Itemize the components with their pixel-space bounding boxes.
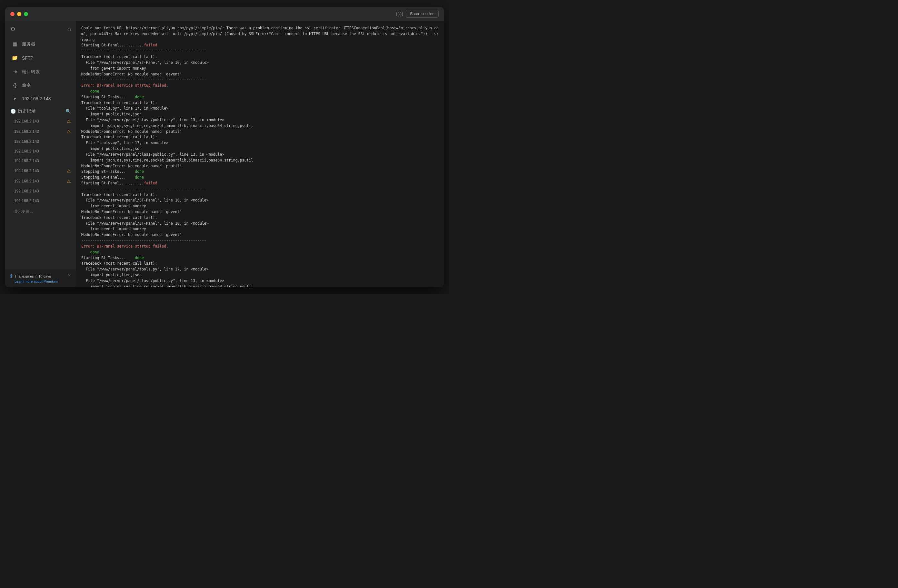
history-ip-6: 192.168.2.143 [14,179,39,183]
history-item-6[interactable]: 192.168.2.143 ⚠ [5,176,76,186]
terminal-text: Could not fetch URL https://mirrors.aliy… [81,26,439,287]
terminal-output[interactable]: Could not fetch URL https://mirrors.aliy… [76,21,444,287]
sidebar-item-sftp[interactable]: 📁 SFTP [5,51,76,65]
terminal-window: ((·)) Share session ⚙ ⌂ ▦ 服务器 📁 SFTP [5,7,444,287]
home-icon[interactable]: ⌂ [68,26,71,32]
history-item-0[interactable]: 192.168.2.143 ⚠ [5,116,76,126]
sidebar-footer: ℹ Trial expires in 10 days Learn more ab… [5,269,76,287]
port-icon: ➜ [12,69,18,75]
minimize-button[interactable] [17,12,21,16]
history-ip-5: 192.168.2.143 [14,169,39,173]
trial-banner: ℹ Trial expires in 10 days Learn more ab… [10,273,71,283]
sidebar-top-icons: ⚙ ⌂ [5,21,76,37]
close-button[interactable] [10,12,14,16]
clock-icon: 🕐 [10,109,16,114]
info-icon: ℹ [10,273,12,278]
maximize-button[interactable] [24,12,28,16]
sidebar-server-label: 服务器 [22,41,35,47]
settings-icon[interactable]: ⚙ [10,26,15,32]
show-more-button[interactable]: 显示更多... [5,206,76,218]
cmd-icon: {} [12,83,18,88]
history-ip-1: 192.168.2.143 [14,129,39,134]
sidebar: ⚙ ⌂ ▦ 服务器 📁 SFTP ➜ 端口转发 {} 命令 [5,21,76,287]
history-ip-2: 192.168.2.143 [14,139,39,144]
sidebar-nav: ▦ 服务器 📁 SFTP ➜ 端口转发 {} 命令 ➤ 192.168.2 [5,37,76,269]
sftp-icon: 📁 [12,55,18,61]
warn-icon-0: ⚠ [67,119,71,124]
history-ip-0: 192.168.2.143 [14,119,39,123]
warn-icon-5: ⚠ [67,168,71,173]
main-content: ⚙ ⌂ ▦ 服务器 📁 SFTP ➜ 端口转发 {} 命令 [5,21,444,287]
window-controls [10,12,28,16]
sidebar-item-port[interactable]: ➜ 端口转发 [5,65,76,79]
history-item-1[interactable]: 192.168.2.143 ⚠ [5,126,76,137]
history-search-icon[interactable]: 🔍 [66,109,71,114]
sidebar-sftp-label: SFTP [22,55,34,61]
sidebar-item-cmd[interactable]: {} 命令 [5,79,76,92]
history-label: 🕐 历史记录 [10,108,36,114]
history-ip-7: 192.168.2.143 [14,189,39,193]
history-ip-8: 192.168.2.143 [14,199,39,203]
titlebar: ((·)) Share session [5,7,444,21]
history-item-4[interactable]: 192.168.2.143 [5,156,76,166]
history-item-5[interactable]: 192.168.2.143 ⚠ [5,166,76,176]
sidebar-port-label: 端口转发 [22,69,40,75]
warn-icon-1: ⚠ [67,129,71,134]
share-session-button[interactable]: Share session [406,10,439,18]
warn-icon-6: ⚠ [67,179,71,184]
history-ip-4: 192.168.2.143 [14,159,39,163]
trial-text-block: Trial expires in 10 days Learn more abou… [14,273,58,283]
sidebar-ip-label: 192.168.2.143 [22,96,51,101]
sidebar-item-server[interactable]: ▦ 服务器 [5,37,76,51]
history-item-8[interactable]: 192.168.2.143 [5,196,76,206]
titlebar-right: ((·)) Share session [396,10,439,18]
server-icon: ▦ [12,41,18,47]
history-ip-3: 192.168.2.143 [14,149,39,154]
history-item-2[interactable]: 192.168.2.143 [5,137,76,146]
learn-more-premium-link[interactable]: Learn more about Premium [14,279,58,283]
history-item-7[interactable]: 192.168.2.143 [5,186,76,196]
history-item-3[interactable]: 192.168.2.143 [5,146,76,156]
wifi-icon: ((·)) [396,11,403,17]
sidebar-cmd-label: 命令 [22,83,31,88]
sidebar-item-ip[interactable]: ➤ 192.168.2.143 [5,92,76,105]
trial-close-button[interactable]: ✕ [68,273,71,278]
ip-nav-icon: ➤ [12,97,18,101]
history-header: 🕐 历史记录 🔍 [5,105,76,116]
trial-expires-label: Trial expires in 10 days [14,274,51,278]
